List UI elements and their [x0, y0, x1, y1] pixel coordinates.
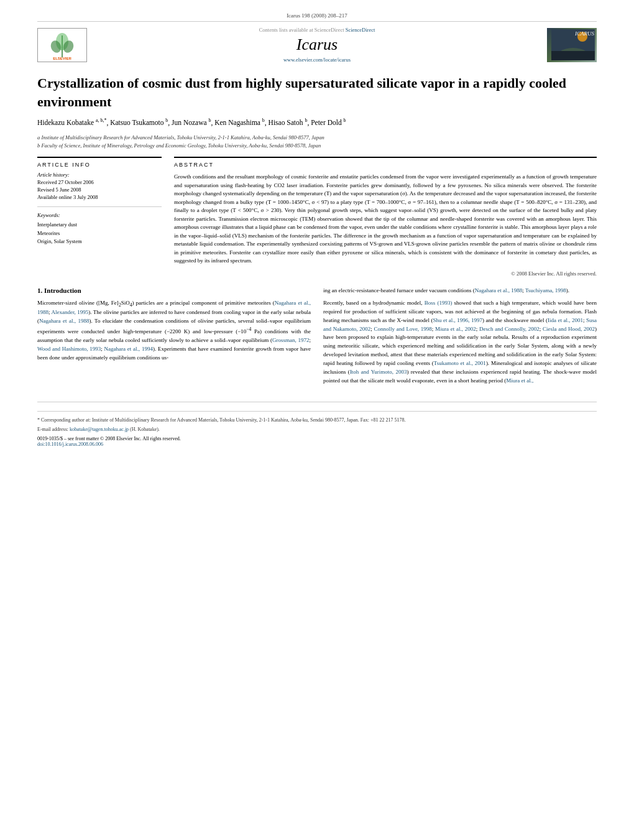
received-date: Received 27 October 2006: [37, 179, 162, 187]
ref-miura-et-al[interactable]: Miura et al.,: [506, 377, 533, 384]
article-info-box: ARTICLE INFO Article history: Received 2…: [37, 157, 162, 246]
keywords-label: Keywords:: [37, 212, 162, 218]
history-label: Article history:: [37, 172, 162, 178]
affiliations: a Institute of Multidisciplinary Researc…: [37, 134, 597, 150]
email-link[interactable]: kobatake@tagen.tohoku.ac.jp: [70, 427, 129, 432]
journal-url: www.elsevier.com/locate/icarus: [87, 57, 547, 63]
abstract-text: Growth conditions and the resultant morp…: [174, 173, 597, 265]
ref-alexander1995[interactable]: Alexander, 1995: [51, 309, 88, 315]
journal-header: Icarus 198 (2008) 208–217: [37, 12, 597, 22]
keywords-section: Keywords: Interplanetary dust Meteorites…: [37, 212, 162, 246]
elsevier-logo: ELSEVIER: [37, 28, 87, 62]
author-dold: Peter Dold b: [311, 119, 346, 126]
ref-shu1996[interactable]: Shu et al., 1996, 1997: [433, 317, 482, 323]
ref-nagahara1994[interactable]: Nagahara et al., 1994: [104, 346, 153, 352]
icarus-cover-label: ICARUS: [575, 30, 594, 37]
author-tsukamoto: Katsuo Tsukamoto b: [110, 119, 168, 126]
abstract-col: ABSTRACT Growth conditions and the resul…: [174, 157, 597, 277]
page-container: Icarus 198 (2008) 208–217 ELSEVIER Conte…: [0, 0, 634, 459]
keyword-2: Meteorites: [37, 229, 162, 238]
abstract-title: ABSTRACT: [174, 162, 597, 168]
available-date: Available online 3 July 2008: [37, 194, 162, 201]
revised-date: Revised 5 June 2008: [37, 187, 162, 194]
footer-copyright: 0019-1035/$ – see front matter © 2008 El…: [37, 436, 597, 447]
ref-iida2001[interactable]: Iida et al., 2001: [548, 317, 583, 323]
email-label: E-mail address:: [37, 427, 68, 432]
elsevier-svg-icon: ELSEVIER: [40, 29, 84, 60]
ref-tsuchiyama1998[interactable]: Tsuchiyama, 1998: [525, 287, 566, 293]
intro-para-right-1: ing an electric-resistance-heated furnac…: [323, 287, 597, 295]
doi-link[interactable]: doi:10.1016/j.icarus.2008.06.006: [37, 441, 103, 447]
journal-name: Icarus: [87, 35, 547, 54]
keyword-1: Interplanetary dust: [37, 221, 162, 229]
body-left-text: Micrometer-sized olivine ([Mg, Fe]2SiO4)…: [37, 299, 311, 362]
intro-para-right-2: Recently, based on a hydrodynamic model,…: [323, 299, 597, 385]
header-logos-row: ELSEVIER Contents lists available at Sci…: [37, 27, 597, 63]
keyword-3: Origin, Solar System: [37, 238, 162, 246]
abstract-copyright: © 2008 Elsevier Inc. All rights reserved…: [174, 270, 597, 277]
ref-wood1993[interactable]: Wood and Hashimoto, 1993: [37, 346, 101, 352]
ref-nagahara1988c[interactable]: Nagahara et al., 1988: [475, 287, 523, 293]
ref-tsukamoto2001[interactable]: Tsukamoto et al., 2001: [434, 360, 486, 366]
author-nagashima: Ken Nagashima b: [214, 119, 265, 126]
body-right-col: ing an electric-resistance-heated furnac…: [323, 287, 597, 389]
abstract-section: ABSTRACT Growth conditions and the resul…: [174, 157, 597, 277]
article-info-title: ARTICLE INFO: [37, 162, 162, 168]
ref-ciesla2002[interactable]: Ciesla and Hood, 2002: [543, 326, 595, 332]
author-nozawa: Jun Nozawa b: [172, 119, 211, 126]
body-content: 1. Introduction Micrometer-sized olivine…: [37, 287, 597, 389]
author-satoh: Hisao Satoh b: [269, 119, 308, 126]
sciencedirect-text: Contents lists available at ScienceDirec…: [87, 27, 547, 33]
svg-text:ELSEVIER: ELSEVIER: [53, 57, 71, 60]
intro-para-left: Micrometer-sized olivine ([Mg, Fe]2SiO4)…: [37, 299, 311, 362]
ref-itoh2003[interactable]: Itoh and Yurimoto, 2003: [350, 369, 407, 375]
ref-miura2002[interactable]: Miura et al., 2002: [435, 326, 476, 332]
info-divider: [37, 206, 162, 207]
affiliation-b: b Faculty of Science, Institute of Miner…: [37, 142, 597, 150]
email-person-note: (H. Kobatake).: [130, 427, 160, 432]
corresponding-author-note: * Corresponding author at: Institute of …: [37, 417, 597, 424]
page-footer: * Corresponding author at: Institute of …: [37, 402, 597, 447]
article-info-col: ARTICLE INFO Article history: Received 2…: [37, 157, 162, 277]
author-kobatake: Hidekazu Kobatake a, b,*: [37, 119, 106, 126]
ref-nagahara1988b[interactable]: Nagahara et al., 1988: [39, 318, 89, 324]
ref-grossman1972[interactable]: Grossman, 1972: [272, 337, 309, 343]
ref-connolly1998[interactable]: Connolly and Love, 1998: [374, 326, 431, 332]
detected-and: and: [397, 326, 405, 332]
icarus-cover-image: ICARUS: [547, 28, 597, 62]
body-left-col: 1. Introduction Micrometer-sized olivine…: [37, 287, 311, 389]
section1-heading: 1. Introduction: [37, 287, 311, 294]
article-title: Crystallization of cosmic dust from high…: [37, 74, 597, 111]
affiliation-a: a Institute of Multidisciplinary Researc…: [37, 134, 597, 142]
authors-line: Hidekazu Kobatake a, b,*, Katsuo Tsukamo…: [37, 117, 597, 128]
journal-citation: Icarus 198 (2008) 208–217: [287, 12, 347, 19]
sciencedirect-link[interactable]: ScienceDirect: [346, 27, 375, 33]
email-note: E-mail address: kobatake@tagen.tohoku.ac…: [37, 426, 597, 433]
journal-header-center: Contents lists available at ScienceDirec…: [87, 27, 547, 63]
footer-divider: [37, 411, 597, 412]
ref-desch2002[interactable]: Desch and Connolly, 2002: [479, 326, 540, 332]
doi-text: doi:10.1016/j.icarus.2008.06.006: [37, 441, 597, 447]
svg-rect-9: [551, 51, 595, 60]
ref-boss1993[interactable]: Boss (1993): [425, 300, 453, 306]
history-section: Article history: Received 27 October 200…: [37, 172, 162, 201]
article-info-abstract-row: ARTICLE INFO Article history: Received 2…: [37, 157, 597, 277]
journal-url-link[interactable]: www.elsevier.com/locate/icarus: [283, 57, 351, 63]
body-right-text: ing an electric-resistance-heated furnac…: [323, 287, 597, 385]
issn-text: 0019-1035/$ – see front matter © 2008 El…: [37, 436, 597, 441]
